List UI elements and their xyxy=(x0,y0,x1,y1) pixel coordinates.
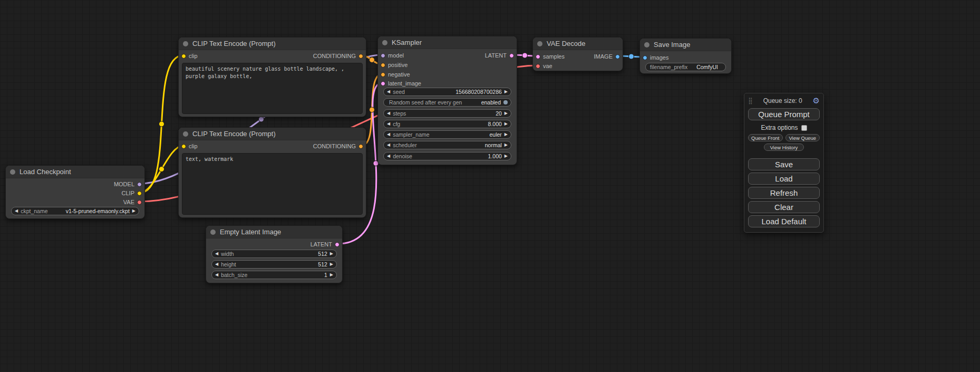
increment-arrow-icon[interactable]: ▶ xyxy=(330,252,333,256)
node-empty-latent-image[interactable]: Empty Latent Image LATENT ◀ width 512 ▶ … xyxy=(206,225,343,283)
node-title: Empty Latent Image xyxy=(220,228,281,236)
load-default-button[interactable]: Load Default xyxy=(748,215,820,227)
node-titlebar[interactable]: VAE Decode xyxy=(533,37,623,50)
positive-input-dot[interactable] xyxy=(381,63,385,68)
clear-button[interactable]: Clear xyxy=(748,201,820,213)
height-widget[interactable]: ◀ height 512 ▶ xyxy=(211,260,337,269)
settings-gear-icon[interactable]: ⚙ xyxy=(813,96,820,106)
node-titlebar[interactable]: CLIP Text Encode (Prompt) xyxy=(179,37,366,50)
queue-prompt-button[interactable]: Queue Prompt xyxy=(748,108,820,120)
load-button[interactable]: Load xyxy=(748,173,820,185)
increment-arrow-icon[interactable]: ▶ xyxy=(504,111,508,116)
increment-arrow-icon[interactable]: ▶ xyxy=(504,122,508,126)
save-button[interactable]: Save xyxy=(748,158,820,170)
slot-label: VAE xyxy=(123,199,134,205)
sampler-name-widget[interactable]: ◀ sampler_name euler ▶ xyxy=(383,130,511,139)
extra-options-checkbox[interactable] xyxy=(801,125,807,131)
toggle-enabled-dot[interactable] xyxy=(503,100,508,104)
latent-output-dot[interactable] xyxy=(509,53,514,58)
slot-label: images xyxy=(650,54,668,61)
decrement-arrow-icon[interactable]: ◀ xyxy=(215,252,218,256)
node-clip-text-encode-negative[interactable]: CLIP Text Encode (Prompt) clip CONDITION… xyxy=(178,127,366,218)
menu-header: ⣿ Queue size: 0 ⚙ xyxy=(748,96,820,106)
input-slot-clip: clip xyxy=(179,142,198,150)
input-slot-negative: negative xyxy=(378,70,410,79)
filename-prefix-widget[interactable]: filename_prefix ComfyUI xyxy=(645,63,726,71)
batch-size-widget[interactable]: ◀ batch_size 1 ▶ xyxy=(211,271,337,279)
seed-widget[interactable]: ◀ seed 156680208700286 ▶ xyxy=(383,88,511,96)
decrement-arrow-icon[interactable]: ◀ xyxy=(215,273,218,277)
decrement-arrow-icon[interactable]: ◀ xyxy=(15,209,18,213)
collapse-dot-icon[interactable] xyxy=(10,169,15,175)
latent-image-input-dot[interactable] xyxy=(381,81,385,86)
prompt-textarea[interactable]: text, watermark xyxy=(182,153,363,215)
node-titlebar[interactable]: Empty Latent Image xyxy=(206,226,342,239)
cfg-widget[interactable]: ◀ cfg 8.000 ▶ xyxy=(383,120,511,128)
node-titlebar[interactable]: KSampler xyxy=(378,36,517,49)
increment-arrow-icon[interactable]: ▶ xyxy=(504,90,508,94)
clip-input-dot[interactable] xyxy=(181,54,186,59)
node-titlebar[interactable]: CLIP Text Encode (Prompt) xyxy=(179,128,366,140)
node-ksampler[interactable]: KSampler model positive negative latent_… xyxy=(377,36,517,165)
clip-slot-dot[interactable] xyxy=(137,191,142,196)
ckpt-name-widget[interactable]: ◀ ckpt_name v1-5-pruned-emaonly.ckpt ▶ xyxy=(11,207,139,215)
samples-input-dot[interactable] xyxy=(536,54,540,59)
node-vae-decode[interactable]: VAE Decode samples vae IMAGE xyxy=(532,37,623,71)
slot-label: CONDITIONING xyxy=(313,53,356,59)
decrement-arrow-icon[interactable]: ◀ xyxy=(387,122,390,126)
increment-arrow-icon[interactable]: ▶ xyxy=(330,262,333,266)
model-input-dot[interactable] xyxy=(381,53,385,58)
menu-spacer xyxy=(748,151,820,156)
prompt-textarea[interactable]: beautiful scenery nature glass bottle la… xyxy=(182,63,363,114)
node-title: CLIP Text Encode (Prompt) xyxy=(192,130,276,138)
node-titlebar[interactable]: Load Checkpoint xyxy=(6,166,144,178)
increment-arrow-icon[interactable]: ▶ xyxy=(330,273,333,277)
collapse-dot-icon[interactable] xyxy=(210,230,216,235)
decrement-arrow-icon[interactable]: ◀ xyxy=(387,132,390,137)
model-slot-dot[interactable] xyxy=(137,182,142,187)
collapse-dot-icon[interactable] xyxy=(382,40,387,45)
negative-input-dot[interactable] xyxy=(381,72,385,77)
vae-input-dot[interactable] xyxy=(536,64,540,69)
view-queue-button[interactable]: View Queue xyxy=(785,134,820,141)
decrement-arrow-icon[interactable]: ◀ xyxy=(387,90,390,94)
conditioning-output-dot[interactable] xyxy=(358,54,363,59)
increment-arrow-icon[interactable]: ▶ xyxy=(504,143,508,147)
collapse-dot-icon[interactable] xyxy=(183,41,188,46)
width-widget[interactable]: ◀ width 512 ▶ xyxy=(211,250,337,258)
images-input-dot[interactable] xyxy=(643,55,647,60)
conditioning-output-dot[interactable] xyxy=(358,144,363,149)
vae-slot-dot[interactable] xyxy=(137,200,142,205)
widget-name: steps xyxy=(393,110,406,117)
queue-front-button[interactable]: Queue Front xyxy=(748,134,783,141)
random-seed-toggle-widget[interactable]: Random seed after every gen enabled xyxy=(383,98,511,107)
scheduler-widget[interactable]: ◀ scheduler normal ▶ xyxy=(383,141,511,149)
queue-small-buttons-row: Queue Front View Queue xyxy=(748,134,820,141)
decrement-arrow-icon[interactable]: ◀ xyxy=(387,143,390,147)
refresh-button[interactable]: Refresh xyxy=(748,187,820,199)
increment-arrow-icon[interactable]: ▶ xyxy=(504,154,508,158)
collapse-dot-icon[interactable] xyxy=(644,42,649,47)
widget-value: normal xyxy=(485,142,502,148)
denoise-widget[interactable]: ◀ denoise 1.000 ▶ xyxy=(383,152,511,160)
latent-output-dot[interactable] xyxy=(335,242,339,247)
decrement-arrow-icon[interactable]: ◀ xyxy=(387,154,390,158)
drag-handle-icon[interactable]: ⣿ xyxy=(748,97,753,104)
widget-name: filename_prefix xyxy=(650,64,687,70)
node-titlebar[interactable]: Save Image xyxy=(640,39,731,51)
decrement-arrow-icon[interactable]: ◀ xyxy=(215,262,218,266)
steps-widget[interactable]: ◀ steps 20 ▶ xyxy=(383,109,511,118)
comfyui-canvas[interactable]: { "menu": { "queue_size": "Queue size: 0… xyxy=(0,0,980,372)
increment-arrow-icon[interactable]: ▶ xyxy=(504,132,508,137)
clip-input-dot[interactable] xyxy=(181,144,186,149)
input-slot-positive: positive xyxy=(378,61,407,69)
decrement-arrow-icon[interactable]: ◀ xyxy=(387,111,390,116)
view-history-button[interactable]: View History xyxy=(764,144,804,151)
collapse-dot-icon[interactable] xyxy=(183,131,188,137)
node-load-checkpoint[interactable]: Load Checkpoint MODEL CLIP VAE ◀ ckpt_na… xyxy=(5,165,145,219)
increment-arrow-icon[interactable]: ▶ xyxy=(132,209,135,213)
image-output-dot[interactable] xyxy=(615,54,620,59)
collapse-dot-icon[interactable] xyxy=(537,41,542,46)
node-clip-text-encode-positive[interactable]: CLIP Text Encode (Prompt) clip CONDITION… xyxy=(178,37,366,117)
node-save-image[interactable]: Save Image images filename_prefix ComfyU… xyxy=(639,38,732,74)
